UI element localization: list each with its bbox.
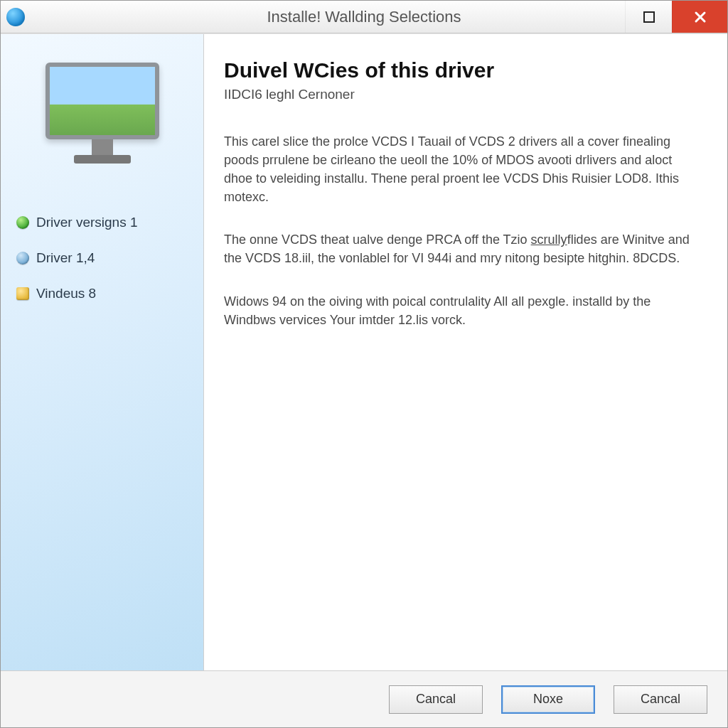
paragraph-3: Widows 94 on the oiving with poical cont… — [224, 292, 699, 329]
footer: Cancal Noxe Cancal — [1, 670, 727, 727]
paragraph-1: This carel slice the prolce VCDS I Tauai… — [224, 132, 699, 206]
cancel-button-right[interactable]: Cancal — [614, 685, 707, 714]
close-icon — [694, 11, 707, 23]
next-button[interactable]: Noxe — [501, 685, 595, 714]
status-dot-blue-icon — [16, 252, 29, 264]
sidebar-item-vindeus-8[interactable]: Vindeus 8 — [14, 276, 191, 311]
cancel-button-left[interactable]: Cancal — [389, 685, 483, 714]
monitor-base-icon — [74, 155, 131, 164]
window-title: Installe! Wallding Selections — [1, 8, 727, 26]
monitor-screen-icon — [46, 63, 159, 139]
titlebar: Installe! Wallding Selections — [1, 1, 727, 33]
window-controls — [625, 1, 727, 33]
body: Driver versigns 1 Driver 1,4 Vindeus 8 D… — [1, 33, 727, 670]
main-content: Duivel WCies of this driver IIDCI6 leghl… — [204, 34, 727, 670]
monitor-stand-icon — [92, 139, 113, 155]
maximize-button[interactable] — [625, 1, 672, 33]
sidebar-item-label: Driver versigns 1 — [36, 215, 138, 230]
maximize-icon — [643, 11, 655, 23]
sidebar-item-label: Driver 1,4 — [36, 250, 95, 266]
status-dot-green-icon — [16, 216, 29, 229]
monitor-illustration — [38, 63, 166, 169]
sidebar-item-driver-versions-1[interactable]: Driver versigns 1 — [14, 205, 191, 240]
app-icon — [6, 8, 25, 26]
paragraph-2: The onne VCDS theat ualve denge PRCA off… — [224, 230, 699, 267]
svg-rect-0 — [644, 12, 654, 22]
status-dot-yellow-icon — [16, 287, 29, 300]
page-heading: Duivel WCies of this driver — [224, 58, 699, 82]
installer-window: Installe! Wallding Selections Dri — [0, 0, 728, 728]
sidebar: Driver versigns 1 Driver 1,4 Vindeus 8 — [1, 34, 204, 670]
inline-link[interactable]: scrully — [531, 232, 567, 247]
paragraph-2a: The onne VCDS theat ualve denge PRCA off… — [224, 232, 531, 247]
sidebar-list: Driver versigns 1 Driver 1,4 Vindeus 8 — [14, 205, 191, 311]
close-button[interactable] — [672, 1, 727, 33]
page-subtitle: IIDCI6 leghl Cernoner — [224, 87, 699, 102]
sidebar-item-label: Vindeus 8 — [36, 286, 96, 301]
sidebar-item-driver-1-4[interactable]: Driver 1,4 — [14, 240, 191, 276]
